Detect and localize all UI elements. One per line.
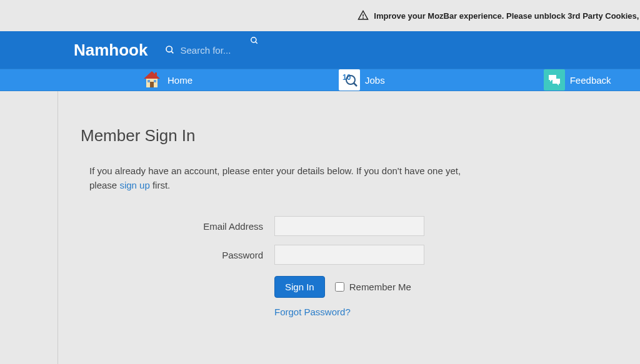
search-icon [165, 45, 175, 55]
svg-line-5 [256, 42, 258, 44]
remember-checkbox[interactable] [335, 282, 344, 292]
password-label: Password [81, 250, 274, 260]
svg-line-14 [354, 83, 357, 86]
intro-text: If you already have an account, please e… [81, 164, 468, 192]
svg-point-1 [363, 17, 364, 18]
mozbar-message: Improve your MozBar experience. Please u… [374, 11, 640, 21]
jobs-icon: 10 [339, 69, 360, 91]
search-icon-secondary[interactable] [250, 36, 259, 45]
forgot-password-link[interactable]: Forgot Password? [274, 307, 351, 317]
svg-point-4 [251, 37, 256, 42]
left-divider [0, 91, 58, 364]
svg-line-3 [171, 51, 173, 53]
remember-wrap[interactable]: Remember Me [335, 282, 411, 292]
nav-label-jobs: Jobs [365, 75, 385, 86]
mozbar-notification: Improve your MozBar experience. Please u… [0, 0, 640, 31]
form-row-password: Password [81, 245, 618, 265]
signin-button[interactable]: Sign In [274, 276, 325, 298]
nav-item-home[interactable]: Home [134, 69, 200, 91]
svg-rect-10 [154, 80, 156, 82]
header-top: Namhook [0, 31, 640, 69]
form-actions: Sign In Remember Me [274, 276, 618, 298]
nav-label-home: Home [168, 75, 192, 86]
content-wrap: Member Sign In If you already have an ac… [0, 91, 640, 364]
nav-bar: Home 10 Jobs Feedback [0, 69, 640, 91]
page-title: Member Sign In [81, 126, 618, 145]
nav-item-feedback[interactable]: Feedback [536, 69, 619, 91]
signup-link[interactable]: sign up [119, 180, 149, 190]
remember-label: Remember Me [349, 282, 411, 292]
search-input[interactable] [180, 45, 305, 56]
svg-point-2 [166, 46, 172, 52]
forgot-wrap: Forgot Password? [274, 307, 618, 317]
password-field[interactable] [274, 245, 424, 265]
email-label: Email Address [81, 221, 274, 232]
email-field[interactable] [274, 216, 424, 236]
warning-icon [358, 10, 369, 21]
svg-rect-8 [150, 82, 154, 87]
svg-rect-9 [148, 80, 150, 82]
nav-label-feedback: Feedback [570, 75, 611, 86]
intro-after: first. [150, 180, 171, 190]
search-wrap [165, 45, 305, 56]
home-icon [141, 69, 162, 91]
svg-rect-11 [155, 72, 157, 76]
form-row-email: Email Address [81, 216, 618, 236]
svg-marker-6 [144, 71, 160, 79]
feedback-icon [544, 69, 565, 91]
main-content: Member Sign In If you already have an ac… [58, 91, 640, 364]
nav-item-jobs[interactable]: 10 Jobs [331, 69, 392, 91]
site-logo[interactable]: Namhook [74, 41, 148, 60]
